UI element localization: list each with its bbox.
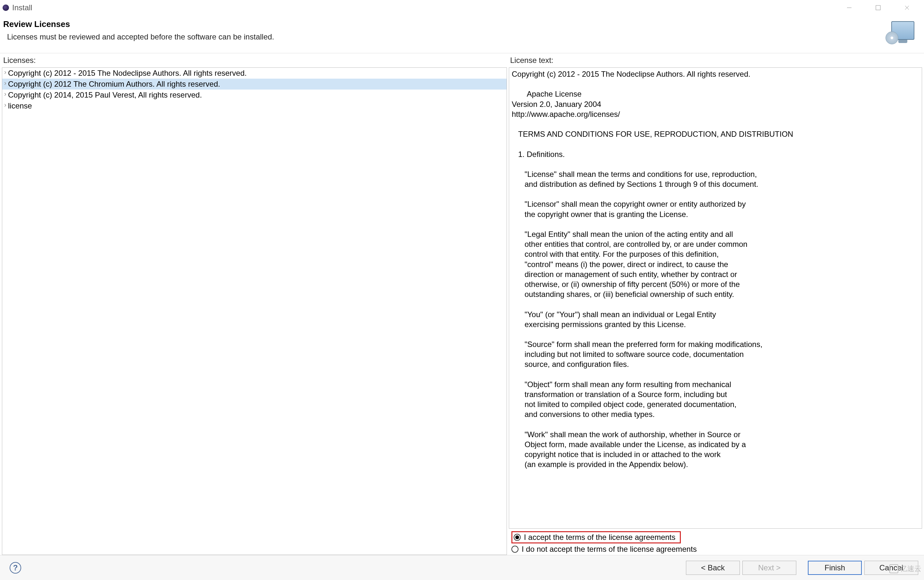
close-button[interactable] [893, 0, 921, 15]
decline-radio-label: I do not accept the terms of the license… [522, 545, 697, 554]
license-item[interactable]: Copyright (c) 2012 The Chromium Authors.… [2, 79, 506, 89]
eclipse-icon [3, 5, 9, 11]
page-title: Review Licenses [3, 19, 884, 29]
license-item[interactable]: Copyright (c) 2012 - 2015 The Nodeclipse… [2, 68, 506, 79]
window-title: Install [12, 3, 33, 12]
license-item[interactable]: license [2, 101, 506, 111]
radio-icon [511, 545, 518, 553]
accept-radio[interactable]: I accept the terms of the license agreem… [511, 531, 681, 544]
content-area: Licenses: Copyright (c) 2012 - 2015 The … [0, 53, 924, 555]
titlebar: Install [0, 0, 924, 15]
license-list[interactable]: Copyright (c) 2012 - 2015 The Nodeclipse… [2, 68, 507, 555]
next-button: Next > [742, 561, 796, 575]
licenses-label: Licenses: [2, 53, 507, 68]
license-text-viewer[interactable]: Copyright (c) 2012 - 2015 The Nodeclipse… [509, 68, 922, 529]
accept-radio-label: I accept the terms of the license agreem… [524, 533, 675, 542]
help-button[interactable]: ? [10, 562, 21, 573]
minimize-button[interactable] [835, 0, 864, 15]
licenses-pane: Licenses: Copyright (c) 2012 - 2015 The … [0, 53, 507, 555]
back-button[interactable]: < Back [686, 561, 740, 575]
footer: ? < Back Next > Finish Cancel [0, 555, 924, 580]
radio-icon [514, 534, 521, 541]
license-text-pane: License text: Copyright (c) 2012 - 2015 … [509, 53, 924, 555]
header-panel: Review Licenses Licenses must be reviewe… [0, 15, 924, 53]
decline-radio[interactable]: I do not accept the terms of the license… [511, 544, 921, 554]
page-description: Licenses must be reviewed and accepted b… [7, 33, 884, 41]
license-text-label: License text: [509, 53, 922, 68]
finish-button[interactable]: Finish [808, 561, 862, 575]
license-item[interactable]: Copyright (c) 2014, 2015 Paul Verest, Al… [2, 89, 506, 101]
svg-rect-1 [876, 5, 880, 10]
accept-radio-group: I accept the terms of the license agreem… [509, 529, 922, 555]
cancel-button[interactable]: Cancel [864, 561, 918, 575]
install-wizard-icon [884, 19, 916, 45]
maximize-button[interactable] [864, 0, 893, 15]
